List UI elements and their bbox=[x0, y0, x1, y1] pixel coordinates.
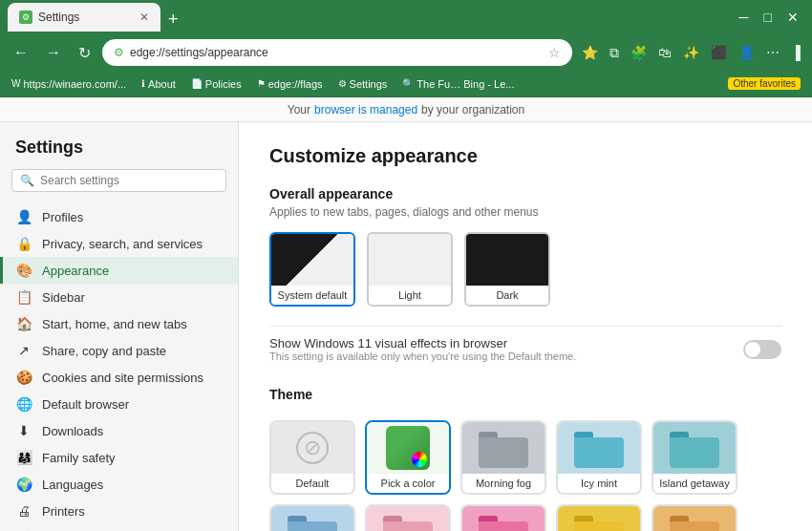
maximize-button[interactable]: □ bbox=[759, 10, 778, 25]
sidebar-icon: 📋 bbox=[15, 289, 32, 305]
folder-icon bbox=[479, 521, 528, 531]
icy-mint-preview bbox=[558, 422, 640, 474]
theme-pick-color[interactable]: Pick a color bbox=[365, 420, 451, 495]
copilot-icon[interactable]: ✨ bbox=[679, 43, 703, 63]
bookmark-settings[interactable]: ⚙ Settings bbox=[334, 76, 392, 92]
sunny-day-preview bbox=[558, 506, 640, 531]
no-theme-icon: ⊘ bbox=[296, 432, 329, 464]
cool-breeze-preview bbox=[271, 506, 353, 531]
card-dark[interactable]: Dark bbox=[464, 232, 550, 307]
bookmarks-bar: W https://winaero.com/... ℹ About 📄 Poli… bbox=[0, 71, 812, 97]
theme-default-label: Default bbox=[271, 474, 353, 493]
close-window-button[interactable]: ✕ bbox=[781, 10, 804, 25]
card-system-default[interactable]: System default bbox=[269, 232, 355, 307]
theme-cards: ⊘ Default Pick a col bbox=[269, 420, 781, 531]
forward-button[interactable]: → bbox=[40, 42, 67, 63]
theme-cool-breeze[interactable]: Cool breeze bbox=[269, 504, 355, 531]
managed-msg-suffix: by your organization bbox=[421, 103, 524, 117]
other-favorites[interactable]: Other favorites bbox=[724, 75, 804, 92]
managed-link[interactable]: browser is managed bbox=[314, 103, 417, 117]
bookmark-flags[interactable]: ⚑ edge://flags bbox=[253, 76, 327, 92]
toolbar-icons: ⭐ ⧉ 🧩 🛍 ✨ ⬛ 👤 ⋯ ▐ bbox=[578, 43, 804, 63]
bookmark-winaero[interactable]: W https://winaero.com/... bbox=[8, 76, 130, 92]
theme-default[interactable]: ⊘ Default bbox=[269, 420, 355, 495]
light-label: Light bbox=[369, 286, 451, 305]
bookmark-policies[interactable]: 📄 Policies bbox=[187, 76, 246, 92]
favorite-button[interactable]: ☆ bbox=[548, 45, 561, 60]
collections-icon[interactable]: ⭐ bbox=[578, 43, 602, 63]
theme-section: Theme ⊘ Default bbox=[269, 387, 781, 531]
shopping-icon[interactable]: 🛍 bbox=[654, 43, 675, 63]
home-icon: 🏠 bbox=[15, 316, 32, 331]
extensions-icon[interactable]: 🧩 bbox=[627, 43, 651, 63]
theme-island-getaway[interactable]: Island getaway bbox=[652, 420, 737, 495]
theme-default-preview: ⊘ bbox=[271, 422, 353, 474]
sidebar-item-printers[interactable]: 🖨 Printers bbox=[0, 498, 238, 524]
workspaces-icon[interactable]: ⬛ bbox=[707, 43, 731, 63]
downloads-icon: ⬇ bbox=[15, 423, 32, 438]
refresh-button[interactable]: ↻ bbox=[73, 42, 96, 64]
theme-bubblegum[interactable]: Bubblegum bbox=[460, 504, 546, 531]
sidebar-toggle[interactable]: ▐ bbox=[787, 43, 804, 63]
system-default-preview bbox=[271, 234, 353, 286]
sidebar-item-sidebar[interactable]: 📋 Sidebar bbox=[0, 284, 238, 310]
visual-effects-labels: Show Windows 11 visual effects in browse… bbox=[269, 336, 576, 362]
page-title: Customize appearance bbox=[269, 145, 781, 167]
split-screen-icon[interactable]: ⧉ bbox=[606, 43, 623, 63]
theme-sunny-day[interactable]: Sunny day bbox=[556, 504, 642, 531]
browser-icon: 🌐 bbox=[15, 396, 32, 412]
bookmark-bing[interactable]: 🔍 The Fu… Bing - Le... bbox=[398, 76, 518, 92]
folder-icon bbox=[479, 437, 528, 468]
address-bar[interactable]: ⚙ edge://settings/appearance ☆ bbox=[102, 39, 572, 66]
profile-icon[interactable]: 👤 bbox=[735, 43, 759, 63]
folder-icon bbox=[574, 521, 624, 531]
theme-mango-paradise[interactable]: Mango paradise bbox=[652, 504, 737, 531]
visual-effects-toggle[interactable] bbox=[743, 340, 781, 359]
theme-icy-mint[interactable]: Icy mint bbox=[556, 420, 642, 495]
cookies-icon: 🍪 bbox=[15, 370, 32, 385]
toggle-knob bbox=[745, 342, 760, 357]
address-text: edge://settings/appearance bbox=[130, 46, 543, 59]
sidebar-item-default-browser[interactable]: 🌐 Default browser bbox=[0, 391, 238, 417]
privacy-icon: 🔒 bbox=[15, 236, 32, 251]
visual-effects-row: Show Windows 11 visual effects in browse… bbox=[269, 326, 781, 372]
dark-label: Dark bbox=[466, 286, 548, 305]
more-tools-button[interactable]: ⋯ bbox=[762, 43, 783, 63]
sidebar-item-system[interactable]: ⚡ System and performance bbox=[0, 524, 238, 531]
theme-pick-color-preview bbox=[367, 422, 449, 474]
sidebar-item-share[interactable]: ↗ Share, copy and paste bbox=[0, 337, 238, 364]
back-button[interactable]: ← bbox=[8, 42, 34, 63]
sidebar-item-cookies[interactable]: 🍪 Cookies and site permissions bbox=[0, 364, 238, 391]
new-tab-button[interactable]: + bbox=[160, 8, 186, 32]
folder-icon bbox=[288, 521, 337, 531]
languages-icon: 🌍 bbox=[15, 477, 32, 492]
tab-label: Settings bbox=[38, 11, 134, 24]
sidebar-item-languages[interactable]: 🌍 Languages bbox=[0, 471, 238, 498]
morning-fog-label: Morning fog bbox=[462, 474, 545, 493]
theme-morning-fog[interactable]: Morning fog bbox=[460, 420, 546, 495]
sidebar-title: Settings bbox=[0, 138, 238, 169]
sidebar-item-privacy[interactable]: 🔒 Privacy, search, and services bbox=[0, 230, 238, 257]
sidebar-item-downloads[interactable]: ⬇ Downloads bbox=[0, 417, 238, 444]
minimize-button[interactable]: ─ bbox=[734, 10, 755, 25]
title-bar: ⚙ Settings ✕ + ─ □ ✕ bbox=[0, 0, 812, 34]
tab-close-button[interactable]: ✕ bbox=[139, 11, 149, 24]
search-input[interactable] bbox=[40, 174, 218, 187]
family-icon: 👨‍👩‍👧 bbox=[15, 450, 32, 465]
sidebar-item-profiles[interactable]: 👤 Profiles bbox=[0, 203, 238, 230]
search-box[interactable]: 🔍 bbox=[11, 169, 226, 192]
browser-frame: ⚙ Settings ✕ + ─ □ ✕ ← → ↻ ⚙ edge://sett… bbox=[0, 0, 812, 531]
sidebar-item-start-home[interactable]: 🏠 Start, home, and new tabs bbox=[0, 310, 238, 337]
folder-icon bbox=[574, 437, 624, 468]
sidebar-item-appearance[interactable]: 🎨 Appearance bbox=[0, 257, 238, 284]
system-default-label: System default bbox=[271, 286, 353, 305]
share-icon: ↗ bbox=[15, 343, 32, 358]
sidebar-item-family[interactable]: 👨‍👩‍👧 Family safety bbox=[0, 444, 238, 471]
card-light[interactable]: Light bbox=[367, 232, 453, 307]
window-controls: ─ □ ✕ bbox=[734, 10, 804, 25]
theme-silky-pink[interactable]: Silky pink bbox=[365, 504, 451, 531]
theme-section-title: Theme bbox=[269, 387, 781, 402]
active-tab[interactable]: ⚙ Settings ✕ bbox=[8, 3, 160, 32]
theme-pick-color-label: Pick a color bbox=[367, 474, 449, 493]
bookmark-about[interactable]: ℹ About bbox=[138, 76, 180, 92]
